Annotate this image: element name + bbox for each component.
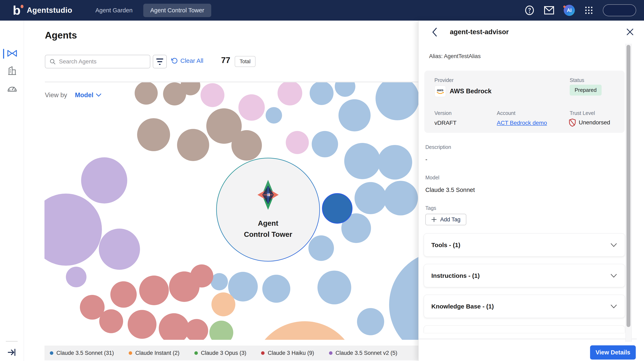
add-tag-label: Add Tag: [440, 216, 460, 223]
undo-icon: [171, 58, 178, 64]
sidebar-item-dashboard[interactable]: [7, 83, 17, 93]
legend-item: Claude 3 Haiku (9): [261, 350, 314, 356]
description-value: -: [425, 156, 428, 163]
agent-alias: Alias: AgentTestAlias: [429, 53, 481, 60]
sidebar-item-organization[interactable]: [7, 66, 17, 76]
accordion-section[interactable]: Instructions - (1): [424, 264, 625, 287]
bubble[interactable]: [278, 82, 302, 106]
bubble[interactable]: [262, 275, 290, 303]
bubble-chart: Agent Control Tower: [44, 82, 418, 340]
bubble[interactable]: [190, 264, 213, 288]
legend-item: Claude 3.5 Sonnet (31): [50, 350, 114, 356]
bubble[interactable]: [135, 82, 158, 104]
bubble[interactable]: [238, 94, 265, 121]
bubble[interactable]: [110, 281, 137, 308]
add-tag-button[interactable]: Add Tag: [425, 214, 466, 225]
search-icon: [50, 58, 56, 65]
center-bubble-agent-control-tower[interactable]: Agent Control Tower: [216, 158, 320, 262]
bubble[interactable]: [376, 82, 418, 120]
bubble[interactable]: [80, 295, 104, 320]
model-label: Model: [425, 175, 439, 180]
bubble[interactable]: [357, 308, 384, 335]
back-button[interactable]: [430, 27, 440, 37]
bubble[interactable]: [338, 99, 370, 132]
provider-value: aws AWS Bedrock: [434, 86, 492, 97]
bubble[interactable]: [81, 157, 127, 204]
description-label: Description: [425, 144, 451, 150]
clear-all-label: Clear All: [180, 57, 204, 64]
legend-label: Claude 3 Opus (3): [201, 350, 246, 356]
legend-label: Claude 3 Haiku (9): [268, 350, 314, 356]
bubble[interactable]: [378, 145, 412, 180]
bubble[interactable]: [137, 118, 170, 151]
bubble[interactable]: [335, 82, 355, 97]
panel-sections: Tools - (1) Instructions - (1) Knowledge…: [424, 233, 625, 325]
accordion-section[interactable]: Knowledge Base - (1): [424, 295, 625, 318]
bubble[interactable]: [266, 107, 282, 124]
aws-logo-icon: aws: [434, 86, 446, 97]
bubble[interactable]: [128, 310, 156, 339]
bubble[interactable]: [185, 319, 208, 340]
bubble[interactable]: [252, 321, 357, 340]
trust-level-text: Unendorsed: [579, 119, 610, 126]
brand-name: Agentstudio: [27, 6, 72, 14]
filter-button[interactable]: [153, 55, 167, 68]
bubble[interactable]: [159, 313, 189, 340]
footer-divider: [418, 339, 637, 339]
bubble[interactable]: [310, 82, 334, 105]
status-badge: Prepared: [570, 85, 602, 96]
bubble[interactable]: [344, 143, 380, 179]
tab-agent-garden[interactable]: Agent Garden: [90, 4, 138, 17]
tab-agent-control-tower[interactable]: Agent Control Tower: [143, 4, 211, 17]
bubble[interactable]: [99, 228, 140, 270]
search-agents-input[interactable]: [59, 58, 146, 65]
legend-item: Claude 3.5 Sonnet v2 (5): [329, 350, 397, 356]
help-icon[interactable]: ?: [524, 5, 534, 15]
account-link[interactable]: ACT Bedrock demo: [497, 120, 547, 126]
account-pill-button[interactable]: [603, 4, 636, 16]
clear-all-button[interactable]: Clear All: [171, 57, 204, 64]
bubble[interactable]: [286, 131, 309, 154]
agents-bowtie-icon: [7, 49, 17, 58]
panel-scrollbar-thumb[interactable]: [626, 45, 630, 327]
accordion-section[interactable]: Tools - (1): [424, 233, 625, 256]
agent-control-tower-logo-icon: [257, 179, 280, 210]
bubble[interactable]: [389, 251, 418, 340]
bubble[interactable]: [44, 194, 102, 266]
bubble[interactable]: [354, 182, 387, 214]
bubble[interactable]: [139, 276, 169, 305]
bubble[interactable]: [200, 83, 224, 107]
apps-grid-icon[interactable]: [584, 6, 593, 15]
bubble[interactable]: [66, 267, 86, 287]
header-divider: [45, 82, 418, 82]
bubble[interactable]: [177, 129, 209, 161]
agentstudio-logo-icon: b: [13, 4, 20, 17]
bubble[interactable]: [318, 270, 351, 304]
bubble[interactable]: [312, 131, 338, 157]
expand-sidebar-button[interactable]: [7, 347, 17, 358]
agent-info-card: Provider aws AWS Bedrock Status Prepared…: [424, 71, 625, 133]
bubble[interactable]: [232, 130, 262, 161]
legend-color-dot: [129, 351, 132, 355]
view-details-button[interactable]: View Details: [590, 345, 636, 360]
close-icon[interactable]: [626, 28, 635, 37]
accordion-section-partial[interactable]: [424, 325, 625, 333]
legend-label: Claude Instant (2): [135, 350, 180, 356]
legend-item: Claude 3 Opus (3): [194, 350, 246, 356]
bubble[interactable]: [308, 236, 334, 261]
mail-icon[interactable]: [544, 6, 554, 14]
chevron-left-icon: [430, 27, 439, 37]
navbar-actions: ? AI: [524, 4, 636, 16]
organization-building-icon: [8, 66, 17, 75]
provider-name: AWS Bedrock: [450, 88, 492, 95]
bubble-selected-agent[interactable]: [322, 193, 352, 224]
search-agents-box: [45, 55, 150, 68]
version-label: Version: [434, 110, 452, 116]
bubble[interactable]: [383, 181, 418, 216]
avatar-initials: AI: [567, 8, 572, 13]
bubble[interactable]: [212, 292, 235, 316]
user-avatar[interactable]: AI: [564, 5, 575, 16]
sidebar-item-agents[interactable]: [7, 48, 17, 58]
bubble[interactable]: [210, 321, 233, 340]
legend-color-dot: [194, 351, 198, 355]
